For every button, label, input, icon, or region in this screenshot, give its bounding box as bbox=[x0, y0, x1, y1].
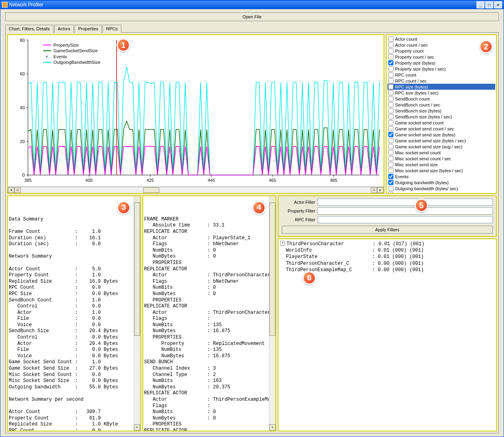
tree-value: : 0.01 (000) (001) bbox=[372, 254, 424, 260]
check-item[interactable]: Property count / sec bbox=[387, 54, 495, 60]
scroll-thumb[interactable] bbox=[143, 187, 159, 193]
svg-text:465: 465 bbox=[269, 177, 276, 182]
chart-h-scrollbar[interactable]: ◂ ⦾ ⦾ ▸ bbox=[8, 187, 383, 193]
check-box[interactable] bbox=[388, 126, 393, 131]
check-item[interactable]: Game socket send size (bytes / sec) bbox=[387, 138, 495, 144]
scroll-thumb[interactable] bbox=[134, 203, 140, 336]
property-filter-input[interactable] bbox=[318, 207, 493, 215]
check-item[interactable]: SendBunch count bbox=[387, 96, 495, 102]
check-item[interactable]: Outgoing bandwidth (bytes) bbox=[387, 179, 495, 185]
check-label: Misc socket send size bbox=[395, 162, 438, 167]
check-box[interactable] bbox=[388, 42, 393, 47]
tab-strip: Chart, Filters, DetailsActorsPropertiesR… bbox=[5, 24, 499, 33]
check-box[interactable] bbox=[388, 138, 393, 143]
tab-chart-filters-details[interactable]: Chart, Filters, Details bbox=[5, 25, 53, 33]
check-label: Game socket send count bbox=[395, 120, 444, 125]
check-box[interactable] bbox=[388, 192, 393, 194]
check-box[interactable] bbox=[388, 84, 393, 89]
tree-row[interactable]: WorldInfo : 0.01 (000) (001) bbox=[280, 247, 494, 254]
check-label: Game socket send count / sec bbox=[395, 126, 454, 131]
check-box[interactable] bbox=[388, 78, 393, 83]
check-box[interactable] bbox=[388, 156, 393, 161]
svg-text:445: 445 bbox=[208, 177, 215, 182]
actor-filter-input[interactable] bbox=[318, 199, 493, 206]
check-box[interactable] bbox=[388, 120, 393, 125]
open-file-button[interactable]: Open File bbox=[5, 12, 499, 21]
check-item[interactable]: Misc socket send size bbox=[387, 161, 495, 167]
check-box[interactable] bbox=[388, 90, 393, 95]
check-item[interactable]: RPC size (bytes) bbox=[387, 84, 495, 90]
check-box[interactable] bbox=[388, 66, 393, 71]
check-box[interactable] bbox=[388, 174, 393, 179]
tab-actors[interactable]: Actors bbox=[54, 25, 74, 33]
scroll-down-icon[interactable]: ▾ bbox=[134, 424, 140, 431]
check-item[interactable]: RPC count bbox=[387, 72, 495, 78]
check-item[interactable]: Property size (bytes / sec) bbox=[387, 66, 495, 72]
apply-filters-button[interactable]: Apply Filters bbox=[282, 226, 493, 234]
scroll-home-button[interactable]: ⦾ bbox=[14, 187, 21, 193]
check-item[interactable]: RPC count / sec bbox=[387, 78, 495, 84]
check-box[interactable] bbox=[388, 180, 393, 185]
detail-v-scrollbar[interactable]: ▴ ▾ bbox=[269, 196, 275, 431]
check-item[interactable]: SendBunch size (bytes) bbox=[387, 108, 495, 114]
check-box[interactable] bbox=[388, 48, 393, 53]
check-item[interactable]: Actor count bbox=[387, 36, 495, 42]
check-label: Misc socket send count / sec bbox=[395, 156, 451, 161]
tree-expand-icon[interactable]: + bbox=[280, 241, 285, 246]
check-item[interactable]: Game socket send size (bytes) bbox=[387, 132, 495, 138]
check-box[interactable] bbox=[388, 144, 393, 149]
check-box[interactable] bbox=[388, 132, 393, 137]
check-box[interactable] bbox=[388, 168, 393, 173]
check-item[interactable]: Misc socket send size (bytes / sec) bbox=[387, 167, 495, 173]
check-item[interactable]: SendBunch size (bytes / sec) bbox=[387, 114, 495, 120]
check-item[interactable]: Property count bbox=[387, 48, 495, 54]
titlebar[interactable]: Network Profiler _ □ ✕ bbox=[0, 0, 504, 9]
check-box[interactable] bbox=[388, 114, 393, 119]
tab-properties[interactable]: Properties bbox=[75, 25, 102, 33]
tab-rpcs[interactable]: RPCs bbox=[103, 25, 121, 33]
tree-row[interactable]: +ThirdPersonCharacter : 0.01 (017) (001) bbox=[280, 241, 494, 247]
check-item[interactable]: Game socket send count / sec bbox=[387, 126, 495, 132]
check-box[interactable] bbox=[388, 150, 393, 155]
badge-5: 5 bbox=[415, 199, 428, 212]
check-box[interactable] bbox=[388, 96, 393, 101]
summary-v-scrollbar[interactable]: ▴ ▾ bbox=[134, 196, 140, 431]
check-item[interactable]: Game socket send count bbox=[387, 120, 495, 126]
scroll-thumb[interactable] bbox=[269, 203, 275, 336]
check-box[interactable] bbox=[388, 186, 393, 191]
check-item[interactable]: Outgoing bandwidth (bytes/ sec) bbox=[387, 185, 495, 191]
check-item[interactable]: Events bbox=[387, 173, 495, 179]
check-item[interactable]: Game socket send size (avg / sec) bbox=[387, 144, 495, 150]
check-box[interactable] bbox=[388, 36, 393, 41]
scroll-track[interactable] bbox=[21, 187, 371, 193]
tree-row[interactable]: ThirdPersonCharacter_C : 0.00 (000) (001… bbox=[280, 260, 494, 267]
scroll-left-button[interactable]: ◂ bbox=[8, 187, 14, 193]
minimize-button[interactable]: _ bbox=[476, 1, 484, 8]
check-item[interactable]: Property size (bytes) bbox=[387, 60, 495, 66]
line-chart[interactable]: 020406080385405425445465485PropertySizeG… bbox=[8, 35, 383, 187]
check-box[interactable] bbox=[388, 102, 393, 107]
check-item[interactable]: SendBunch count / sec bbox=[387, 102, 495, 108]
close-button[interactable]: ✕ bbox=[494, 1, 502, 8]
svg-text:385: 385 bbox=[24, 177, 32, 182]
svg-text:GameSocketSendSize: GameSocketSendSize bbox=[53, 48, 98, 53]
check-box[interactable] bbox=[388, 162, 393, 167]
tree-row[interactable]: PlayerState : 0.01 (000) (001) bbox=[280, 254, 494, 260]
check-box[interactable] bbox=[388, 108, 393, 113]
check-item[interactable]: RPC size (bytes / sec) bbox=[387, 90, 495, 96]
svg-text:485: 485 bbox=[330, 177, 337, 182]
chart-panel: 1 020406080385405425445465485PropertySiz… bbox=[7, 34, 384, 194]
check-item[interactable]: Outgoing bandwidth (avg/ sec) bbox=[387, 191, 495, 194]
check-label: SendBunch size (bytes / sec) bbox=[395, 114, 452, 119]
rpc-filter-input[interactable] bbox=[318, 216, 493, 223]
check-item[interactable]: Misc socket send count bbox=[387, 150, 495, 156]
check-box[interactable] bbox=[388, 54, 393, 59]
scroll-down-icon[interactable]: ▾ bbox=[269, 424, 275, 431]
check-box[interactable] bbox=[388, 72, 393, 77]
scroll-right-button[interactable]: ▸ bbox=[377, 187, 383, 193]
maximize-button[interactable]: □ bbox=[485, 1, 493, 8]
check-box[interactable] bbox=[388, 60, 393, 65]
app-window: Network Profiler _ □ ✕ Open File Chart, … bbox=[0, 0, 504, 437]
check-item[interactable]: Misc socket send count / sec bbox=[387, 156, 495, 161]
scroll-end-button[interactable]: ⦾ bbox=[371, 187, 377, 193]
